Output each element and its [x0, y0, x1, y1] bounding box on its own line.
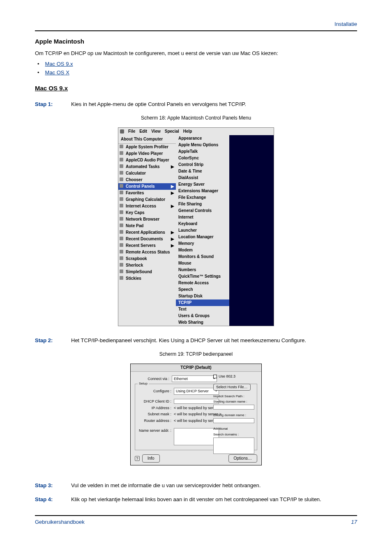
- step2-label: Stap 2:: [35, 337, 71, 344]
- submenu-item-monitors-sound[interactable]: Monitors & Sound: [176, 253, 229, 260]
- submenu-item-launcher[interactable]: Launcher: [176, 227, 229, 234]
- router-label: Router address :: [137, 418, 174, 424]
- menu-item-icon: [120, 223, 123, 227]
- caption-19: Scherm 19: TCP/IP bedienpaneel: [35, 351, 357, 358]
- menu-item-apple-system-profiler[interactable]: Apple System Profiler: [118, 144, 176, 150]
- starting-input[interactable]: [213, 405, 254, 410]
- menu-item-icon: [120, 171, 123, 175]
- menubar-file[interactable]: File: [128, 129, 135, 134]
- chevron-right-icon: ▶: [171, 184, 174, 189]
- submenu-item-file-exchange[interactable]: File Exchange: [176, 194, 229, 201]
- link-mac9[interactable]: Mac OS 9.x: [45, 61, 73, 67]
- submenu-item-startup-disk[interactable]: Startup Disk: [176, 293, 229, 299]
- menu-item-internet-access[interactable]: Internet Access▶: [118, 203, 176, 210]
- menu-item-sherlock[interactable]: Sherlock: [118, 262, 176, 269]
- ip-label: IP Address :: [137, 405, 174, 411]
- chevron-right-icon: ▶: [171, 230, 174, 235]
- menu-item-automated-tasks[interactable]: Automated Tasks▶: [118, 164, 176, 170]
- menu-item-label: Calculator: [126, 171, 146, 175]
- submenu-item-keyboard[interactable]: Keyboard: [176, 221, 229, 227]
- setup-legend: Setup: [138, 381, 149, 386]
- submenu-item-location-manager[interactable]: Location Manager: [176, 234, 229, 240]
- submenu-item-tcp-ip[interactable]: TCP/IP: [176, 299, 229, 306]
- submenu-item-general-controls[interactable]: General Controls: [176, 207, 229, 214]
- submenu-item-numbers[interactable]: Numbers: [176, 267, 229, 273]
- submenu-item-extensions-manager[interactable]: Extensions Manager: [176, 188, 229, 194]
- menu-item-recent-servers[interactable]: Recent Servers▶: [118, 242, 176, 249]
- menubar-edit[interactable]: Edit: [139, 129, 147, 134]
- use-8023-label: Use 802.3: [219, 374, 235, 379]
- menu-item-label: Recent Servers: [126, 243, 156, 248]
- step1-text: Kies in het Apple-menu de optie Control …: [71, 101, 357, 108]
- submenu-item-quicktime-settings[interactable]: QuickTime™ Settings: [176, 273, 229, 280]
- connect-via-select[interactable]: Ethernet: [172, 375, 217, 382]
- apple-menu-screenshot: File Edit View Special Help About This C…: [118, 127, 274, 326]
- ending-input[interactable]: [213, 418, 254, 423]
- submenu-item-internet[interactable]: Internet: [176, 214, 229, 221]
- menu-item-scrapbook[interactable]: Scrapbook: [118, 256, 176, 262]
- menu-item-applecd-audio-player[interactable]: AppleCD Audio Player: [118, 157, 176, 164]
- section-title-apple: Apple Macintosh: [35, 37, 357, 46]
- menu-item-chooser[interactable]: Chooser: [118, 177, 176, 183]
- dhcp-client-input[interactable]: [174, 399, 219, 404]
- ending-label: Ending domain name :: [213, 413, 256, 417]
- menu-item-icon: [120, 230, 123, 234]
- submenu-item-dialassist[interactable]: DialAssist: [176, 175, 229, 181]
- menu-item-favorites[interactable]: Favorites▶: [118, 190, 176, 196]
- menu-item-recent-applications[interactable]: Recent Applications▶: [118, 229, 176, 236]
- menubar-view[interactable]: View: [151, 129, 161, 134]
- info-button[interactable]: Info: [142, 454, 160, 463]
- menubar-help[interactable]: Help: [183, 129, 192, 134]
- menu-item-icon: [120, 158, 123, 161]
- menu-item-simplesound[interactable]: SimpleSound: [118, 269, 176, 275]
- submenu-item-colorsync[interactable]: ColorSync: [176, 155, 229, 161]
- search-domains-input[interactable]: [213, 438, 254, 454]
- submenu-item-energy-saver[interactable]: Energy Saver: [176, 181, 229, 188]
- menu-item-network-browser[interactable]: Network Browser: [118, 216, 176, 223]
- select-hosts-button[interactable]: Select Hosts File…: [213, 384, 251, 391]
- submenu-item-text[interactable]: Text: [176, 306, 229, 313]
- menubar-special[interactable]: Special: [165, 129, 179, 134]
- submenu-item-appearance[interactable]: Appearance: [176, 135, 229, 142]
- submenu-item-date-time[interactable]: Date & Time: [176, 168, 229, 175]
- submenu-item-file-sharing[interactable]: File Sharing: [176, 201, 229, 207]
- menu-item-label: Recent Applications: [126, 230, 165, 235]
- options-button[interactable]: Options…: [228, 454, 257, 463]
- menu-item-label: Apple Video Player: [126, 151, 163, 156]
- use-8023-checkbox[interactable]: Use 802.3: [213, 374, 256, 379]
- submenu-item-mouse[interactable]: Mouse: [176, 260, 229, 267]
- submenu-item-speech[interactable]: Speech: [176, 286, 229, 293]
- submenu-item-web-sharing[interactable]: Web Sharing: [176, 319, 229, 326]
- menu-about[interactable]: About This Computer: [118, 135, 176, 144]
- namesrv-input[interactable]: [174, 428, 219, 445]
- menu-item-label: Scrapbook: [126, 256, 147, 261]
- submenu-item-control-strip[interactable]: Control Strip: [176, 161, 229, 168]
- link-macx[interactable]: Mac OS X: [45, 69, 69, 76]
- menu-item-calculator[interactable]: Calculator: [118, 170, 176, 177]
- chevron-right-icon: ▶: [171, 236, 174, 242]
- menu-item-note-pad[interactable]: Note Pad: [118, 223, 176, 229]
- menu-item-label: Graphing Calculator: [126, 197, 165, 202]
- checkbox-icon: [213, 375, 217, 378]
- menu-item-recent-documents[interactable]: Recent Documents▶: [118, 236, 176, 242]
- desktop-area: [229, 135, 274, 326]
- apple-menubar: File Edit View Special Help: [118, 128, 274, 135]
- top-divider: [35, 30, 357, 31]
- menu-item-icon: [120, 164, 123, 168]
- menu-item-remote-access-status[interactable]: Remote Access Status: [118, 249, 176, 256]
- submenu-item-appletalk[interactable]: AppleTalk: [176, 148, 229, 155]
- menu-item-key-caps[interactable]: Key Caps: [118, 210, 176, 216]
- menu-item-control-panels[interactable]: Control Panels▶: [118, 183, 176, 190]
- menu-item-graphing-calculator[interactable]: Graphing Calculator: [118, 196, 176, 203]
- submenu-item-memory[interactable]: Memory: [176, 240, 229, 247]
- submenu-item-modem[interactable]: Modem: [176, 247, 229, 253]
- menu-item-stickies[interactable]: Stickies: [118, 275, 176, 282]
- submenu-item-users-groups[interactable]: Users & Groups: [176, 313, 229, 319]
- help-icon[interactable]: ?: [135, 456, 140, 461]
- configure-select[interactable]: Using DHCP Server: [174, 388, 219, 395]
- starting-label: Starting domain name :: [213, 399, 256, 404]
- menu-item-apple-video-player[interactable]: Apple Video Player: [118, 150, 176, 157]
- submenu-item-apple-menu-options[interactable]: Apple Menu Options: [176, 142, 229, 148]
- submenu-item-remote-access[interactable]: Remote Access: [176, 280, 229, 286]
- menu-item-label: AppleCD Audio Player: [126, 158, 169, 162]
